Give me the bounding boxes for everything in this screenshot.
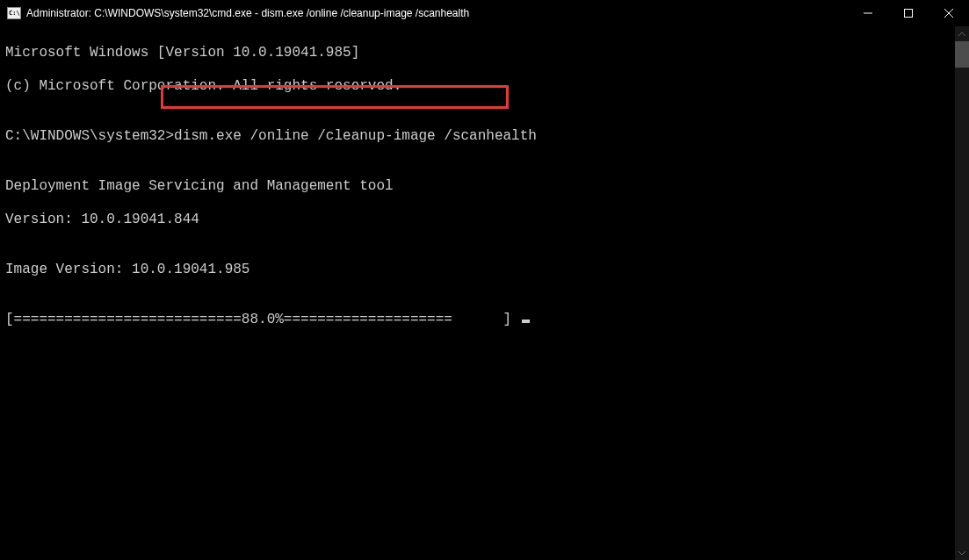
maximize-button[interactable]	[888, 0, 929, 26]
minimize-button[interactable]	[848, 0, 888, 26]
window-title: Administrator: C:\WINDOWS\system32\cmd.e…	[26, 7, 469, 19]
scroll-down-icon[interactable]	[955, 545, 969, 560]
close-button[interactable]	[929, 0, 969, 26]
title-bar[interactable]: C:\. Administrator: C:\WINDOWS\system32\…	[0, 0, 969, 26]
title-left-group: C:\. Administrator: C:\WINDOWS\system32\…	[7, 7, 469, 19]
prompt-line: C:\WINDOWS\system32>dism.exe /online /cl…	[5, 128, 964, 145]
prompt-prefix: C:\WINDOWS\system32>	[5, 128, 174, 144]
cursor	[522, 319, 530, 323]
cmd-icon: C:\.	[7, 7, 21, 19]
progress-line: [===========================88.0%=======…	[5, 312, 964, 328]
svg-rect-1	[905, 10, 913, 18]
scroll-thumb[interactable]	[955, 41, 969, 68]
output-line: Image Version: 10.0.19041.985	[5, 262, 964, 278]
entered-command: dism.exe /online /cleanup-image /scanhea…	[174, 128, 537, 144]
output-line: Microsoft Windows [Version 10.0.19041.98…	[5, 45, 964, 61]
window-controls	[848, 0, 969, 26]
output-line: Version: 10.0.19041.844	[5, 212, 964, 228]
progress-text: [===========================88.0%=======…	[5, 312, 520, 327]
vertical-scrollbar[interactable]	[955, 26, 969, 560]
output-line: Deployment Image Servicing and Managemen…	[5, 178, 964, 195]
terminal-body[interactable]: Microsoft Windows [Version 10.0.19041.98…	[0, 26, 969, 560]
scroll-up-icon[interactable]	[955, 26, 969, 41]
output-line: (c) Microsoft Corporation. All rights re…	[5, 78, 964, 95]
